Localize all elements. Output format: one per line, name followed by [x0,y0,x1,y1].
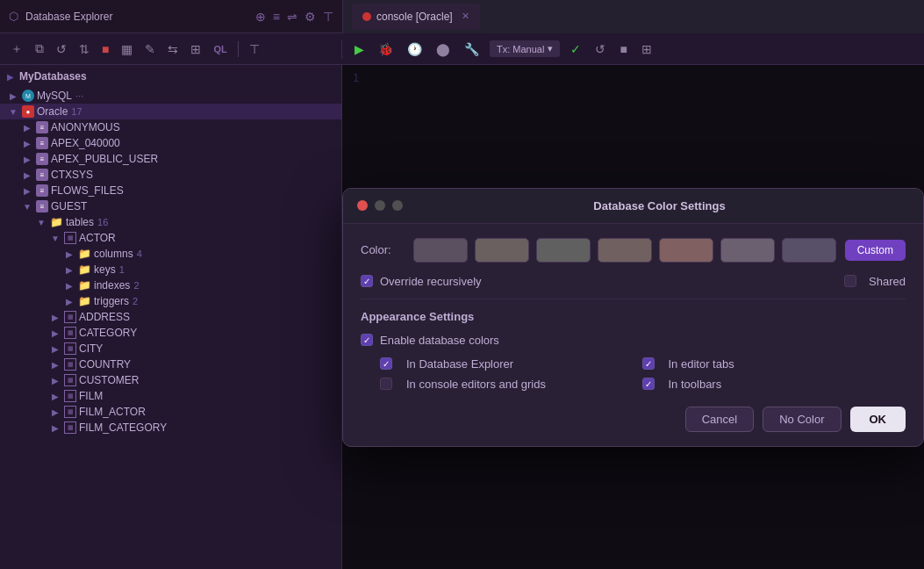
wrench-icon[interactable]: 🔧 [461,40,483,58]
apex040-schema-icon: ≡ [36,137,48,149]
color-swatch-7[interactable] [782,238,836,263]
console-label: In console editors and grids [406,378,546,391]
ql-icon[interactable]: QL [210,42,230,56]
city-arrow: ▶ [49,344,61,354]
editor-tabs-checkbox[interactable]: ✓ [642,357,655,370]
sidebar-item-indexes[interactable]: ▶ 📁 indexes 2 [0,277,341,293]
list-icon[interactable]: ≡ [273,10,280,24]
color-row: Color: Custom [361,238,906,263]
appearance-grid: ✓ In Database Explorer ✓ In editor tabs … [361,357,906,391]
sidebar-item-apex040000[interactable]: ▶ ≡ APEX_040000 [0,135,341,151]
cust-table-icon: ▦ [64,374,76,386]
tab-close-icon[interactable]: ✕ [462,11,469,22]
flows-label: FLOWS_FILES [51,184,124,197]
sidebar-item-apex-public[interactable]: ▶ ≡ APEX_PUBLIC_USER [0,151,341,167]
sidebar-item-category[interactable]: ▶ ▦ CATEGORY [0,325,341,341]
nocolor-button[interactable]: No Color [763,407,841,432]
color-swatch-3[interactable] [536,238,591,263]
anon-schema-icon: ≡ [36,121,48,133]
sidebar-item-mysql[interactable]: ▶ M MySQL ··· [0,88,341,104]
tx-button[interactable]: Tx: Manual ▾ [490,40,560,57]
sidebar-item-triggers[interactable]: ▶ 📁 triggers 2 [0,293,341,309]
enable-checkbox[interactable]: ✓ [361,334,373,346]
button-row: Cancel No Color OK [361,407,906,432]
override-checkbox[interactable]: ✓ [361,275,373,287]
color-swatch-2[interactable] [475,238,529,263]
cancel-button[interactable]: Cancel [685,407,754,432]
refresh-icon[interactable]: ↺ [53,40,70,58]
keys-label: keys [94,263,116,276]
compare-icon[interactable]: ⇆ [164,40,182,58]
color-swatch-1[interactable] [413,238,468,263]
apexpub-label: APEX_PUBLIC_USER [51,153,158,165]
sidebar-item-guest[interactable]: ▼ ≡ GUEST [0,198,341,214]
jump-icon[interactable]: ⊞ [187,40,204,58]
guest-schema-icon: ≡ [36,200,48,212]
title-bar: ⬡ Database Explorer ⊕ ≡ ⇌ ⚙ ⊤ console [O… [0,0,924,33]
trg-arrow: ▶ [63,297,75,306]
country-arrow: ▶ [49,360,61,370]
traffic-light-yellow[interactable] [375,200,385,211]
traffic-light-green[interactable] [392,200,403,211]
gear-icon[interactable]: ⚙ [304,10,316,24]
filter-icon[interactable]: ⊤ [323,10,333,24]
override-label: Override recursively [380,275,482,288]
title-bar-left: ⬡ Database Explorer ⊕ ≡ ⇌ ⚙ ⊤ [0,10,342,24]
run-icon[interactable]: ▶ [351,40,368,58]
color-swatch-6[interactable] [720,238,775,263]
sidebar-item-oracle[interactable]: ▼ ● Oracle 17 [0,104,341,119]
actor-arrow: ▼ [49,234,61,243]
ctx-schema-icon: ≡ [36,169,48,181]
sidebar-item-address[interactable]: ▶ ▦ ADDRESS [0,309,341,325]
sidebar-item-keys[interactable]: ▶ 📁 keys 1 [0,262,341,277]
film-label: FILM [79,390,103,402]
sidebar-item-city[interactable]: ▶ ▦ CITY [0,341,341,357]
rollback-icon[interactable]: ↺ [591,40,609,58]
anon-arrow: ▶ [21,123,33,133]
clock-icon[interactable]: 🕐 [404,40,426,58]
sidebar-item-columns[interactable]: ▶ 📁 columns 4 [0,246,341,262]
idx-folder-icon: 📁 [78,279,91,292]
sidebar-item-actor[interactable]: ▼ ▦ ACTOR [0,230,341,246]
sidebar-item-ctxsys[interactable]: ▶ ≡ CTXSYS [0,167,341,183]
grid-icon[interactable]: ⊞ [638,40,655,58]
toolbar-right: ▶ 🐞 🕐 ⬤ 🔧 Tx: Manual ▾ ✓ ↺ ■ ⊞ [342,40,924,58]
sidebar-item-customer[interactable]: ▶ ▦ CUSTOMER [0,372,341,388]
edit-icon[interactable]: ✎ [141,40,159,58]
globe-icon[interactable]: ⊕ [255,10,266,24]
sidebar-item-anonymous[interactable]: ▶ ≡ ANONYMOUS [0,119,341,135]
filter2-icon[interactable]: ⊤ [246,40,263,58]
sync-icon[interactable]: ⇅ [75,40,93,58]
sidebar-item-flows[interactable]: ▶ ≡ FLOWS_FILES [0,183,341,198]
shared-checkbox[interactable] [844,275,856,287]
sidebar-item-country[interactable]: ▶ ▦ COUNTRY [0,357,341,372]
db-explorer-checkbox[interactable]: ✓ [380,357,392,370]
sidebar-item-film[interactable]: ▶ ▦ FILM [0,388,341,404]
console-checkbox[interactable] [380,378,392,390]
sidebar-item-tables[interactable]: ▼ 📁 tables 16 [0,214,341,230]
trg-folder-icon: 📁 [78,295,91,307]
console-tab[interactable]: console [Oracle] ✕ [352,4,480,30]
editor-content[interactable]: 1 Database Color Settings Color: [342,65,924,569]
traffic-light-red[interactable] [357,200,368,211]
color-swatch-5[interactable] [659,238,713,263]
expand-icon: ▶ [7,72,14,82]
override-row: ✓ Override recursively Shared [361,275,906,288]
sidebar-item-film-actor[interactable]: ▶ ▦ FILM_ACTOR [0,404,341,420]
cat-table-icon: ▦ [64,327,76,339]
stop2-icon[interactable]: ⬤ [433,40,454,58]
commit-icon[interactable]: ✓ [567,40,584,58]
split-icon[interactable]: ⇌ [287,10,297,24]
debug-icon[interactable]: 🐞 [375,40,397,58]
color-swatch-4[interactable] [598,238,652,263]
stop-icon[interactable]: ■ [98,40,112,58]
enable-row: ✓ Enable database colors [361,334,906,347]
add-icon[interactable]: ＋ [7,40,26,59]
table-icon[interactable]: ▦ [118,40,136,58]
toolbars-checkbox[interactable]: ✓ [642,378,655,390]
sidebar-item-film-category[interactable]: ▶ ▦ FILM_CATEGORY [0,420,341,436]
ok-button[interactable]: OK [850,407,906,432]
copy-icon[interactable]: ⧉ [32,40,47,58]
custom-button[interactable]: Custom [845,240,906,261]
stop3-icon[interactable]: ■ [616,40,630,58]
